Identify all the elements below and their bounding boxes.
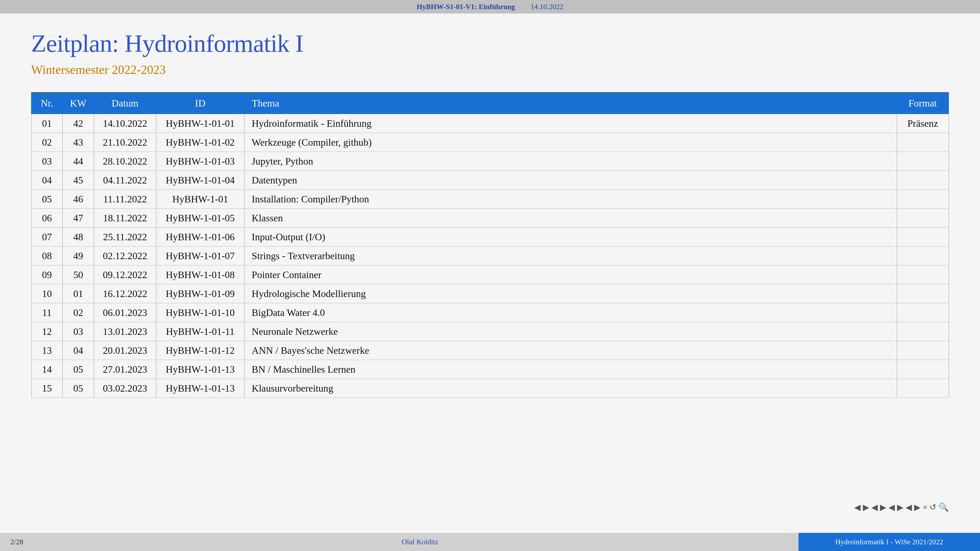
cell-thema: BigData Water 4.0 xyxy=(244,303,897,322)
cell-datum: 28.10.2022 xyxy=(94,152,156,171)
table-row: 130420.01.2023HyBHW-1-01-12ANN / Bayes's… xyxy=(31,341,949,360)
table-row: 095009.12.2022HyBHW-1-01-08Pointer Conta… xyxy=(31,265,949,284)
col-header-format: Format xyxy=(897,92,949,114)
cell-thema: Neuronale Netzwerke xyxy=(244,322,897,341)
col-header-thema: Thema xyxy=(244,92,897,114)
cell-kw: 04 xyxy=(62,341,94,360)
cell-thema: Installation: Compiler/Python xyxy=(244,190,897,209)
cell-id: HyBHW-1-01-13 xyxy=(156,379,244,398)
cell-kw: 48 xyxy=(62,227,94,246)
cell-format xyxy=(897,322,949,341)
table-row: 034428.10.2022HyBHW-1-01-03Jupyter, Pyth… xyxy=(31,152,949,171)
cell-id: HyBHW-1-01-03 xyxy=(156,152,244,171)
cell-nr: 06 xyxy=(31,209,62,227)
cell-datum: 03.02.2023 xyxy=(94,379,156,398)
cell-format: Präsenz xyxy=(897,114,949,133)
table-row: 140527.01.2023HyBHW-1-01-13BN / Maschine… xyxy=(31,360,949,379)
navigation-icons[interactable]: ◀ ▶ ◀ ▶ ◀ ▶ ◀ ▶ ≡ ↺ 🔍 xyxy=(854,502,949,512)
main-content: Zeitplan: Hydroinformatik I Wintersemest… xyxy=(0,13,980,533)
cell-datum: 06.01.2023 xyxy=(94,303,156,322)
cell-format xyxy=(897,171,949,190)
cell-id: HyBHW-1-01-10 xyxy=(156,303,244,322)
cell-id: HyBHW-1-01-06 xyxy=(156,227,244,246)
slide-title: Zeitplan: Hydroinformatik I xyxy=(31,29,949,58)
cell-nr: 03 xyxy=(31,152,62,171)
cell-nr: 07 xyxy=(31,227,62,246)
cell-datum: 02.12.2022 xyxy=(94,246,156,265)
cell-kw: 05 xyxy=(62,379,94,398)
cell-thema: Werkzeuge (Compiler, github) xyxy=(244,133,897,152)
table-row: 054611.11.2022HyBHW-1-01Installation: Co… xyxy=(31,190,949,209)
cell-nr: 11 xyxy=(31,303,62,322)
cell-nr: 08 xyxy=(31,246,62,265)
table-row: 120313.01.2023HyBHW-1-01-11Neuronale Net… xyxy=(31,322,949,341)
cell-nr: 02 xyxy=(31,133,62,152)
table-body: 014214.10.2022HyBHW-1-01-01Hydroinformat… xyxy=(31,114,949,398)
schedule-table: Nr. KW Datum ID Thema Format 014214.10.2… xyxy=(31,92,949,398)
page-number: 2/28 xyxy=(0,538,41,546)
cell-nr: 13 xyxy=(31,341,62,360)
cell-format xyxy=(897,209,949,227)
cell-id: HyBHW-1-01-09 xyxy=(156,284,244,303)
cell-thema: Hydroinformatik - Einführung xyxy=(244,114,897,133)
cell-thema: Input-Output (I/O) xyxy=(244,227,897,246)
cell-thema: Hydrologische Modellierung xyxy=(244,284,897,303)
top-bar: HyBHW-S1-01-V1: Einführung 14.10.2022 xyxy=(0,0,980,13)
top-bar-date: 14.10.2022 xyxy=(531,3,563,11)
cell-format xyxy=(897,152,949,171)
cell-id: HyBHW-1-01-01 xyxy=(156,114,244,133)
cell-id: HyBHW-1-01-05 xyxy=(156,209,244,227)
cell-thema: Strings - Textverarbeitung xyxy=(244,246,897,265)
cell-format xyxy=(897,190,949,209)
cell-nr: 09 xyxy=(31,265,62,284)
cell-kw: 43 xyxy=(62,133,94,152)
cell-thema: Klassen xyxy=(244,209,897,227)
course-name: Hydroinformatik I - WiSe 2021/2022 xyxy=(799,533,980,551)
cell-datum: 18.11.2022 xyxy=(94,209,156,227)
cell-id: HyBHW-1-01-08 xyxy=(156,265,244,284)
cell-format xyxy=(897,284,949,303)
cell-format xyxy=(897,133,949,152)
slide-wrapper: Zeitplan: Hydroinformatik I Wintersemest… xyxy=(0,13,980,533)
table-header: Nr. KW Datum ID Thema Format xyxy=(31,92,949,114)
cell-kw: 05 xyxy=(62,360,94,379)
cell-datum: 20.01.2023 xyxy=(94,341,156,360)
cell-id: HyBHW-1-01-04 xyxy=(156,171,244,190)
cell-datum: 13.01.2023 xyxy=(94,322,156,341)
cell-id: HyBHW-1-01-11 xyxy=(156,322,244,341)
cell-nr: 04 xyxy=(31,171,62,190)
cell-nr: 15 xyxy=(31,379,62,398)
cell-datum: 25.11.2022 xyxy=(94,227,156,246)
bottom-center: Olaf Kolditz xyxy=(41,538,799,546)
bottom-bar: 2/28 Olaf Kolditz Hydroinformatik I - Wi… xyxy=(0,533,980,551)
cell-kw: 02 xyxy=(62,303,94,322)
cell-datum: 09.12.2022 xyxy=(94,265,156,284)
cell-id: HyBHW-1-01-12 xyxy=(156,341,244,360)
table-row: 044504.11.2022HyBHW-1-01-04Datentypen xyxy=(31,171,949,190)
table-row: 064718.11.2022HyBHW-1-01-05Klassen xyxy=(31,209,949,227)
cell-thema: BN / Maschinelles Lernen xyxy=(244,360,897,379)
cell-nr: 01 xyxy=(31,114,62,133)
cell-format xyxy=(897,246,949,265)
table-row: 084902.12.2022HyBHW-1-01-07Strings - Tex… xyxy=(31,246,949,265)
cell-nr: 12 xyxy=(31,322,62,341)
slide-subtitle: Wintersemester 2022-2023 xyxy=(31,62,949,77)
cell-thema: Pointer Container xyxy=(244,265,897,284)
cell-kw: 42 xyxy=(62,114,94,133)
cell-kw: 47 xyxy=(62,209,94,227)
cell-nr: 05 xyxy=(31,190,62,209)
cell-kw: 45 xyxy=(62,171,94,190)
cell-id: HyBHW-1-01-07 xyxy=(156,246,244,265)
col-header-kw: KW xyxy=(62,92,94,114)
cell-format xyxy=(897,265,949,284)
cell-thema: Datentypen xyxy=(244,171,897,190)
col-header-datum: Datum xyxy=(94,92,156,114)
cell-kw: 50 xyxy=(62,265,94,284)
author-name: Olaf Kolditz xyxy=(402,538,438,546)
top-bar-title: HyBHW-S1-01-V1: Einführung xyxy=(417,3,515,11)
cell-nr: 10 xyxy=(31,284,62,303)
cell-format xyxy=(897,341,949,360)
cell-datum: 04.11.2022 xyxy=(94,171,156,190)
cell-thema: ANN / Bayes'sche Netzwerke xyxy=(244,341,897,360)
cell-kw: 46 xyxy=(62,190,94,209)
